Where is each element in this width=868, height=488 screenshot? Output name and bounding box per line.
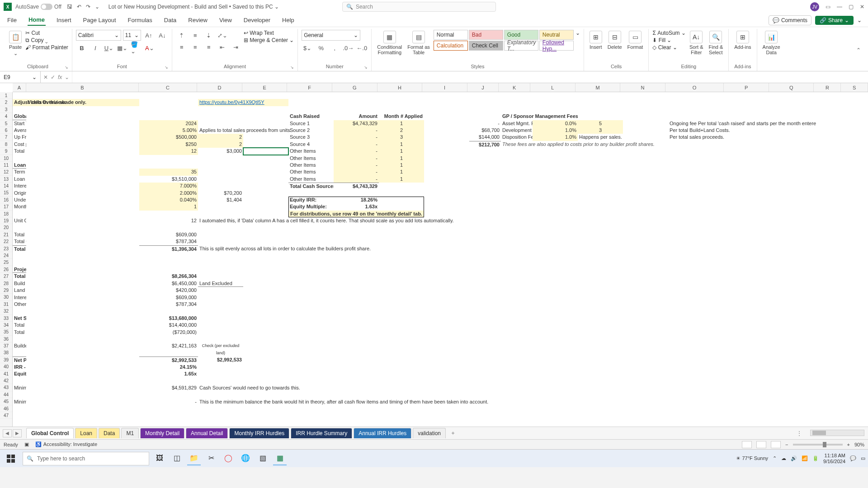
cell-J5[interactable]: - xyxy=(469,120,501,127)
cell-H11[interactable]: 1 xyxy=(379,162,424,169)
zoom-level[interactable]: 90% xyxy=(854,442,864,447)
chrome-icon[interactable]: 🌐 xyxy=(239,452,252,465)
style-neutral[interactable]: Neutral xyxy=(539,30,574,40)
decrease-decimal-icon[interactable]: ←.0 xyxy=(356,42,368,53)
cell-C39[interactable]: $2,992,533 xyxy=(139,357,198,363)
sheet-tab-global-control[interactable]: Global Control xyxy=(26,428,74,438)
row-header-38[interactable]: 38 xyxy=(0,349,12,356)
cell-H9[interactable]: 1 xyxy=(379,148,424,155)
sort-filter-button[interactable]: A↓Sort & Filter xyxy=(688,30,705,56)
col-header-D[interactable]: D xyxy=(197,83,242,92)
row-header-27[interactable]: 27 xyxy=(0,273,12,280)
cell-A45[interactable]: Minimum Bank Balance xyxy=(13,399,26,405)
fx-icon[interactable]: fx xyxy=(58,74,62,80)
cell-G12[interactable]: - xyxy=(334,169,379,175)
cell-G9[interactable]: - xyxy=(334,148,379,155)
column-headers[interactable]: ABCDEFGHIJKLMNOPQRS xyxy=(13,83,868,92)
cell-D2[interactable]: https://youtu.be/0y41X9QtI5Y xyxy=(198,99,288,106)
start-button[interactable] xyxy=(3,452,19,465)
accounting-format-icon[interactable]: $⌄ xyxy=(302,42,313,53)
row-header-15[interactable]: 15 xyxy=(0,189,12,196)
analyze-data-button[interactable]: 📊Analyze Data xyxy=(761,30,782,56)
macro-recorder-icon[interactable]: ▣ xyxy=(24,441,29,447)
cell-C21[interactable]: $609,000 xyxy=(139,231,198,238)
font-size-select[interactable]: 11⌄ xyxy=(123,30,141,41)
find-select-button[interactable]: 🔍Find & Select xyxy=(707,30,725,56)
delete-cells-button[interactable]: ⊟Delete xyxy=(606,30,624,51)
wrap-text-button[interactable]: ↩ Wrap Text xyxy=(244,30,294,36)
cell-D45[interactable]: This is the minimum balance the bank wou… xyxy=(198,399,533,405)
cell-C15[interactable]: 2.000% xyxy=(139,190,198,197)
cell-A15[interactable]: Origination Fee xyxy=(13,190,26,197)
number-format-select[interactable]: General⌄ xyxy=(302,30,360,41)
cell-F12[interactable]: Other Items xyxy=(288,169,334,175)
styles-more-icon[interactable]: ⌄ xyxy=(576,30,580,36)
cell-C41[interactable]: 1.65x xyxy=(139,371,198,377)
clear-button[interactable]: ◇ Clear ⌄ xyxy=(652,44,685,51)
cell-A39[interactable]: Net Profit of Project After Profit Share xyxy=(13,357,26,363)
row-header-26[interactable]: 26 xyxy=(0,266,12,273)
cell-C34[interactable]: $14,400,000 xyxy=(139,322,198,328)
style-followed-hyperlink[interactable]: Followed Hyp... xyxy=(539,41,574,51)
cell-C19[interactable]: 12 xyxy=(139,217,198,224)
row-header-35[interactable]: 35 xyxy=(0,328,12,335)
cell-J7[interactable]: $144,000 xyxy=(469,134,501,141)
cell-A19[interactable]: Unit Count to Spread Interest Expense / … xyxy=(13,217,26,224)
cell-L6[interactable]: 1.0% xyxy=(533,127,578,134)
row-header-23[interactable]: 23 xyxy=(0,245,12,252)
col-header-A[interactable]: A xyxy=(13,83,26,92)
close-icon[interactable]: ✕ xyxy=(860,4,864,10)
cell-M7[interactable]: Happens per sales. xyxy=(578,134,623,141)
redo-icon[interactable]: ↷ xyxy=(86,4,90,10)
cell-C29[interactable]: $420,000 xyxy=(139,287,198,294)
row-header-16[interactable]: 16 xyxy=(0,197,12,203)
italic-icon[interactable]: I xyxy=(90,42,101,53)
align-bottom-icon[interactable]: ⇣ xyxy=(203,30,215,41)
cell-A40[interactable]: IRR - Project xyxy=(13,364,26,371)
cell-A6[interactable]: Average Selling Costs xyxy=(13,127,26,134)
tab-data[interactable]: Data xyxy=(163,15,177,25)
cell-A34[interactable]: Total Sales Proceeds xyxy=(13,322,26,328)
cell-F10[interactable]: Other Items xyxy=(288,155,334,162)
cell-F9[interactable]: Other Items xyxy=(288,148,334,155)
row-header-47[interactable]: 47 xyxy=(0,412,12,419)
cell-H8[interactable]: 1 xyxy=(379,141,424,148)
snip-tool-icon[interactable]: ✂ xyxy=(204,452,218,465)
row-header-45[interactable]: 45 xyxy=(0,398,12,405)
taskbar-app-1[interactable]: 🖼 xyxy=(153,452,166,465)
weather-widget[interactable]: ☀ 77°F Sunny xyxy=(736,455,768,461)
add-sheet-button[interactable]: ＋ xyxy=(447,427,459,439)
row-header-9[interactable]: 9 xyxy=(0,148,12,155)
cell-A21[interactable]: Total Interest Expense of Project xyxy=(13,231,26,238)
cell-A33[interactable]: Net Sales Proceeds xyxy=(13,315,26,322)
row-header-33[interactable]: 33 xyxy=(0,315,12,322)
sheet-tab-annual-irr-hurdles[interactable]: Annual IRR Hurdles xyxy=(354,428,411,438)
row-header-11[interactable]: 11 xyxy=(0,162,12,169)
tab-insert[interactable]: Insert xyxy=(56,15,72,25)
row-header-2[interactable]: 2 xyxy=(0,99,12,106)
comments-button[interactable]: 💬 Comments xyxy=(769,15,811,25)
fill-color-icon[interactable]: 🪣⌄ xyxy=(130,42,142,53)
row-header-43[interactable]: 43 xyxy=(0,384,12,391)
cell-D37[interactable]: Check (per excluded xyxy=(198,343,243,349)
app-icon[interactable]: ▧ xyxy=(256,452,269,465)
cell-A9[interactable]: Total Draws xyxy=(13,148,26,155)
sheet-tab-monthly-irr-hurdles[interactable]: Monthly IRR Hurdles xyxy=(229,428,289,438)
chevron-down-icon[interactable]: ⌄ xyxy=(32,74,37,80)
cell-D38[interactable]: land) xyxy=(198,350,243,357)
sheet-nav-prev-icon[interactable]: ◀ xyxy=(3,429,12,437)
cell-A35[interactable]: Total Selling Costs xyxy=(13,329,26,336)
cell-K7[interactable]: Disposition Fee xyxy=(501,134,533,141)
cell-H6[interactable]: 2 xyxy=(379,127,424,134)
cell-O7[interactable]: Per total sales proceeds. xyxy=(668,134,772,141)
tab-home[interactable]: Home xyxy=(28,14,46,26)
enter-formula-icon[interactable]: ✓ xyxy=(51,74,55,80)
cell-C16[interactable]: 0.040% xyxy=(139,197,198,203)
volume-icon[interactable]: 🔊 xyxy=(791,455,797,461)
cell-M6[interactable]: 3 xyxy=(578,127,623,134)
row-header-7[interactable]: 7 xyxy=(0,134,12,141)
cell-D7[interactable]: 2 xyxy=(198,134,243,141)
col-header-O[interactable]: O xyxy=(665,83,724,92)
sheet-tab-loan[interactable]: Loan xyxy=(75,428,97,438)
chevron-down-icon[interactable]: ⌄ xyxy=(14,51,18,56)
